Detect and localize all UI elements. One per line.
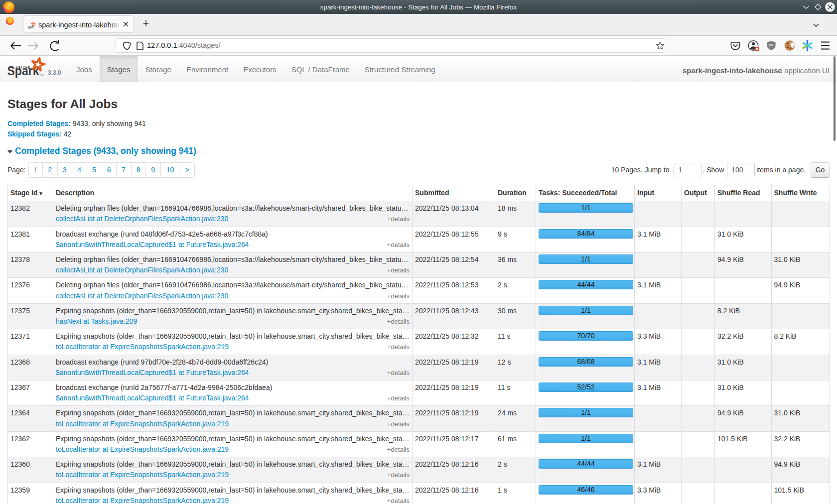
svg-text:UO: UO bbox=[769, 43, 773, 46]
svg-text:TM: TM bbox=[40, 74, 44, 77]
svg-text:Spark: Spark bbox=[28, 25, 34, 29]
